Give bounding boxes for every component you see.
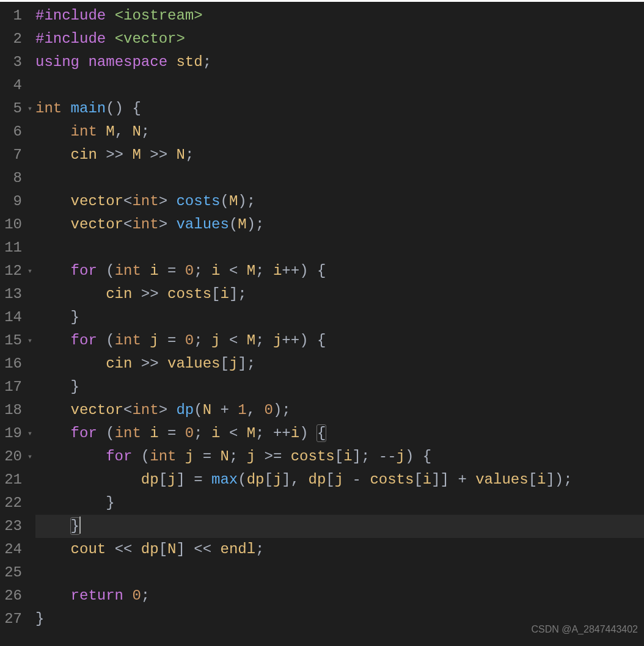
code-token: 0 (185, 332, 194, 349)
code-line[interactable] (35, 561, 644, 584)
code-token: ; (194, 332, 211, 349)
code-line[interactable]: vector<int> values(M); (35, 213, 644, 236)
code-line[interactable]: cin >> M >> N; (35, 143, 644, 167)
code-token: i (150, 263, 167, 279)
code-token: j (273, 332, 282, 349)
code-token: ; (229, 448, 247, 465)
code-line[interactable] (35, 236, 644, 259)
code-token: = (167, 425, 185, 441)
code-line[interactable]: #include <iostream> (35, 4, 644, 27)
fold-marker[interactable] (26, 236, 34, 259)
code-line[interactable]: cin >> values[j]; (35, 352, 644, 376)
fold-marker[interactable] (26, 538, 34, 561)
code-line[interactable]: for (int j = 0; j < M; j++) { (35, 329, 644, 352)
code-line[interactable]: } (35, 306, 644, 329)
code-token: = (167, 263, 185, 279)
fold-marker[interactable] (26, 4, 34, 27)
fold-marker[interactable] (26, 27, 34, 51)
code-line[interactable] (35, 74, 644, 97)
code-line[interactable]: } (35, 376, 644, 399)
code-token: namespace (88, 54, 176, 70)
code-token: N (220, 448, 229, 465)
code-token (35, 425, 71, 441)
fold-marker[interactable] (26, 515, 34, 538)
code-line[interactable]: } (35, 492, 644, 515)
fold-marker[interactable] (26, 143, 34, 167)
code-token: for (71, 332, 106, 349)
code-token: int (35, 100, 71, 117)
fold-marker[interactable]: ▾ (26, 422, 34, 445)
fold-column: ▾▾▾▾▾ (26, 2, 34, 646)
code-token (35, 471, 141, 488)
fold-marker[interactable] (26, 561, 34, 584)
fold-marker[interactable]: ▾ (26, 259, 34, 283)
code-token: > (159, 402, 177, 418)
fold-marker[interactable] (26, 492, 34, 515)
fold-marker[interactable] (26, 74, 34, 97)
fold-marker[interactable]: ▾ (26, 97, 34, 120)
code-line[interactable]: cin >> costs[i]; (35, 283, 644, 306)
code-token: < (229, 332, 247, 349)
code-token: ); (247, 216, 265, 233)
code-line[interactable]: for (int j = N; j >= costs[i]; --j) { (35, 445, 644, 468)
fold-marker[interactable]: ▾ (26, 445, 34, 468)
code-line[interactable]: return 0; (35, 584, 644, 608)
fold-marker[interactable] (26, 51, 34, 74)
code-line[interactable]: for (int i = 0; i < M; ++i) { (35, 422, 644, 445)
code-line[interactable]: vector<int> costs(M); (35, 190, 644, 213)
watermark-text: CSDN @A_2847443402 (531, 618, 638, 641)
code-token: 0 (185, 425, 194, 441)
code-token: ( (106, 263, 114, 279)
code-token: ); (273, 402, 291, 418)
code-token: j (211, 332, 229, 349)
fold-marker[interactable] (26, 120, 34, 143)
fold-marker[interactable] (26, 399, 34, 422)
line-number: 15 (0, 329, 22, 352)
fold-marker[interactable] (26, 376, 34, 399)
line-number: 25 (0, 561, 22, 584)
code-token: < (123, 216, 132, 233)
code-token: j (247, 448, 265, 465)
code-token: < (229, 425, 247, 441)
code-token: <iostream> (115, 7, 203, 24)
code-token: for (71, 263, 106, 279)
code-line[interactable]: int main() { (35, 97, 644, 120)
code-token: ] << (176, 541, 220, 557)
fold-marker[interactable] (26, 584, 34, 608)
code-line[interactable]: using namespace std; (35, 51, 644, 74)
code-token (35, 541, 71, 557)
code-token: dp (141, 471, 159, 488)
fold-marker[interactable] (26, 190, 34, 213)
code-line[interactable]: int M, N; (35, 120, 644, 143)
code-line[interactable] (35, 167, 644, 190)
code-line[interactable]: } (35, 515, 644, 538)
code-line[interactable]: for (int i = 0; i < M; i++) { (35, 259, 644, 283)
code-line[interactable]: vector<int> dp(N + 1, 0); (35, 399, 644, 422)
line-number: 21 (0, 468, 22, 492)
fold-marker[interactable] (26, 608, 34, 631)
fold-marker[interactable] (26, 352, 34, 376)
code-token: M (247, 332, 255, 349)
code-token: M (132, 147, 150, 163)
code-token: ( (194, 402, 202, 418)
fold-marker[interactable]: ▾ (26, 329, 34, 352)
code-token: [ (220, 355, 229, 372)
code-area[interactable]: #include <iostream>#include <vector>usin… (34, 2, 644, 646)
code-token: values (167, 355, 220, 372)
fold-marker[interactable] (26, 213, 34, 236)
code-token: vector (71, 193, 123, 209)
fold-marker[interactable] (26, 306, 34, 329)
fold-marker[interactable] (26, 283, 34, 306)
code-token: N (132, 123, 141, 140)
code-line[interactable]: cout << dp[N] << endl; (35, 538, 644, 561)
code-token (35, 332, 71, 349)
fold-marker[interactable] (26, 468, 34, 492)
fold-marker[interactable] (26, 167, 34, 190)
line-number: 19 (0, 422, 22, 445)
code-line[interactable]: dp[j] = max(dp[j], dp[j - costs[i]] + va… (35, 468, 644, 492)
code-token: i (423, 471, 431, 488)
code-token: << (115, 541, 141, 557)
code-line[interactable]: #include <vector> (35, 27, 644, 51)
code-token: for (106, 448, 141, 465)
line-number: 13 (0, 283, 22, 306)
